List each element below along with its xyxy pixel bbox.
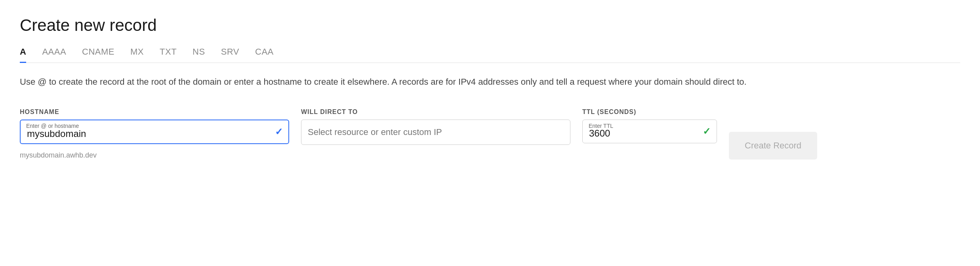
tab-txt[interactable]: TXT (160, 47, 177, 63)
hostname-input[interactable] (20, 120, 289, 144)
hostname-input-wrapper: Enter @ or hostname ✓ (20, 120, 289, 144)
hostname-label: HOSTNAME (20, 108, 289, 116)
hostname-hint: mysubdomain.awhb.dev (20, 151, 289, 160)
create-record-button[interactable]: Create Record (729, 132, 817, 160)
tab-ns[interactable]: NS (193, 47, 205, 63)
hostname-check-icon: ✓ (275, 126, 283, 137)
description-text: Use @ to create the record at the root o… (20, 75, 812, 89)
will-direct-input[interactable] (301, 120, 570, 145)
will-direct-label: WILL DIRECT TO (301, 108, 570, 116)
ttl-input[interactable] (582, 120, 717, 143)
tab-caa[interactable]: CAA (255, 47, 274, 63)
tab-srv[interactable]: SRV (221, 47, 239, 63)
will-direct-field-group: WILL DIRECT TO (301, 108, 570, 145)
tab-cname[interactable]: CNAME (82, 47, 114, 63)
ttl-input-wrapper: Enter TTL ✓ (582, 120, 717, 143)
tabs-container: A AAAA CNAME MX TXT NS SRV CAA (20, 47, 960, 63)
tab-mx[interactable]: MX (130, 47, 144, 63)
hostname-field-group: HOSTNAME Enter @ or hostname ✓ mysubdoma… (20, 108, 289, 160)
ttl-label: TTL (SECONDS) (582, 108, 717, 116)
tab-a[interactable]: A (20, 47, 26, 63)
tab-aaaa[interactable]: AAAA (42, 47, 66, 63)
ttl-check-icon: ✓ (703, 126, 711, 137)
ttl-field-group: TTL (SECONDS) Enter TTL ✓ (582, 108, 717, 143)
form-row: HOSTNAME Enter @ or hostname ✓ mysubdoma… (20, 108, 960, 160)
page-title: Create new record (20, 16, 960, 35)
will-direct-input-wrapper (301, 120, 570, 145)
